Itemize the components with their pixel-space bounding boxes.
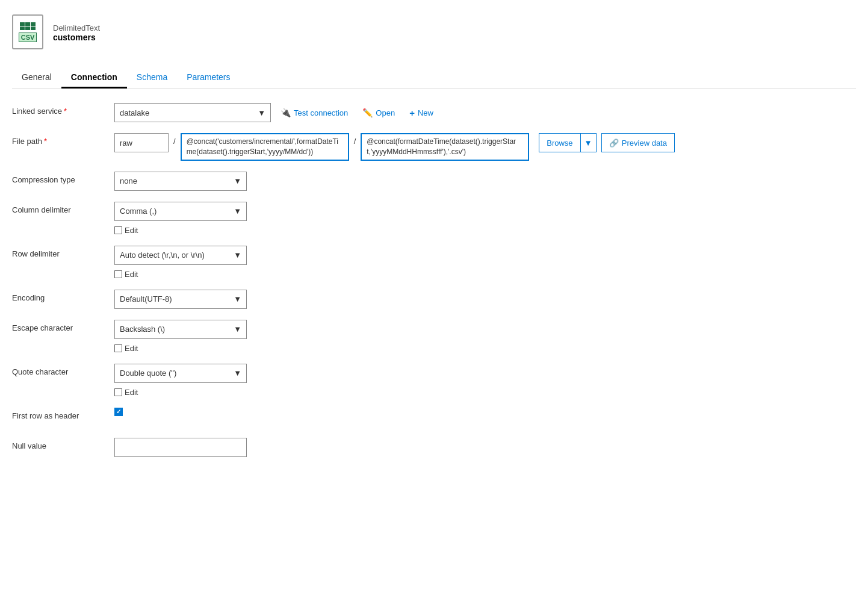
browse-button[interactable]: Browse <box>539 133 580 152</box>
escape-character-label: Escape character <box>12 320 114 332</box>
pencil-icon: ✏️ <box>362 108 373 117</box>
null-value-controls <box>114 438 856 457</box>
compression-type-controls: none ▼ <box>114 172 856 191</box>
compression-type-dropdown[interactable]: none ▼ <box>114 172 247 191</box>
encoding-arrow: ▼ <box>234 294 241 303</box>
linked-service-value: datalake <box>120 108 149 117</box>
dataset-type: DelimitedText <box>53 23 100 33</box>
quote-character-dropdown[interactable]: Double quote (") ▼ <box>114 364 247 383</box>
csv-cell <box>25 26 30 30</box>
csv-file-icon: CSV <box>12 14 43 49</box>
test-connection-button[interactable]: 🔌 Test connection <box>276 105 353 120</box>
escape-character-edit-row: Edit <box>114 344 138 353</box>
file-path-label: File path * <box>12 133 114 146</box>
column-delimiter-arrow: ▼ <box>234 207 241 216</box>
escape-character-arrow: ▼ <box>234 325 241 334</box>
encoding-dropdown[interactable]: Default(UTF-8) ▼ <box>114 290 247 309</box>
preview-data-button[interactable]: 🔗 Preview data <box>601 133 675 152</box>
first-row-header-label: First row as header <box>12 408 114 420</box>
quote-character-value: Double quote (") <box>120 369 176 378</box>
quote-character-edit-label: Edit <box>125 388 138 397</box>
compression-type-row: Compression type none ▼ <box>12 172 856 191</box>
required-star: * <box>64 107 67 116</box>
column-delimiter-row: Column delimiter Comma (,) ▼ Edit <box>12 202 856 235</box>
column-delimiter-controls: Comma (,) ▼ Edit <box>114 202 856 235</box>
first-row-header-checkbox[interactable] <box>114 408 123 416</box>
column-delimiter-dropdown[interactable]: Comma (,) ▼ <box>114 202 247 221</box>
linked-service-controls: datalake ▼ 🔌 Test connection ✏️ Open + N… <box>114 103 856 122</box>
new-button[interactable]: + New <box>405 105 438 120</box>
path-separator-1: / <box>171 133 178 149</box>
tab-parameters[interactable]: Parameters <box>177 67 240 89</box>
encoding-label: Encoding <box>12 290 114 302</box>
row-delimiter-edit-checkbox[interactable] <box>114 270 122 278</box>
quote-character-controls: Double quote (") ▼ Edit <box>114 364 856 397</box>
file-path-controls: raw / @concat('customers/incremental/',f… <box>114 133 856 161</box>
quote-character-edit-checkbox[interactable] <box>114 388 122 396</box>
tabs-container: General Connection Schema Parameters <box>12 67 856 89</box>
browse-chevron-icon: ▼ <box>584 138 592 148</box>
row-delimiter-edit-label: Edit <box>125 270 138 279</box>
linked-service-dropdown[interactable]: datalake ▼ <box>114 103 271 122</box>
row-delimiter-controls: Auto detect (\r,\n, or \r\n) ▼ Edit <box>114 246 856 279</box>
linked-service-label: Linked service * <box>12 103 114 116</box>
browse-dropdown-button[interactable]: ▼ <box>581 133 597 152</box>
null-value-label: Null value <box>12 438 114 450</box>
csv-label: CSV <box>19 33 37 42</box>
row-delimiter-row: Row delimiter Auto detect (\r,\n, or \r\… <box>12 246 856 279</box>
column-delimiter-value: Comma (,) <box>120 207 157 216</box>
encoding-row: Encoding Default(UTF-8) ▼ <box>12 290 856 309</box>
file-path-expr1[interactable]: @concat('customers/incremental/',formatD… <box>181 133 349 161</box>
tab-schema[interactable]: Schema <box>127 67 177 89</box>
linked-service-row: Linked service * datalake ▼ 🔌 Test conne… <box>12 103 856 122</box>
null-value-input[interactable] <box>114 438 247 457</box>
file-path-container-input[interactable]: raw <box>114 133 169 152</box>
file-path-expr2[interactable]: @concat(formatDateTime(dataset().trigger… <box>361 133 529 161</box>
csv-cell <box>25 22 30 26</box>
form-section: Linked service * datalake ▼ 🔌 Test conne… <box>12 103 856 480</box>
escape-character-value: Backslash (\) <box>120 325 165 334</box>
null-value-row: Null value <box>12 438 856 457</box>
row-delimiter-arrow: ▼ <box>234 250 241 260</box>
first-row-header-controls <box>114 408 856 416</box>
linked-service-arrow: ▼ <box>258 108 265 117</box>
csv-cell <box>31 22 36 26</box>
file-path-row: File path * raw / @concat('customers/inc… <box>12 133 856 161</box>
quote-character-arrow: ▼ <box>234 369 241 378</box>
row-delimiter-dropdown[interactable]: Auto detect (\r,\n, or \r\n) ▼ <box>114 246 247 265</box>
first-row-header-row: First row as header <box>12 408 856 427</box>
compression-type-value: none <box>120 176 137 185</box>
link-icon: 🔗 <box>609 138 619 148</box>
main-container: CSV DelimitedText customers General Conn… <box>0 0 868 613</box>
column-delimiter-edit-checkbox[interactable] <box>114 226 122 234</box>
file-path-browse-group: Browse ▼ <box>539 133 597 152</box>
encoding-value: Default(UTF-8) <box>120 294 172 303</box>
dataset-header: CSV DelimitedText customers <box>12 10 856 55</box>
tab-connection[interactable]: Connection <box>61 67 127 89</box>
compression-arrow: ▼ <box>234 176 241 185</box>
plus-icon: + <box>409 108 415 118</box>
plug-icon: 🔌 <box>281 108 291 117</box>
escape-character-dropdown[interactable]: Backslash (\) ▼ <box>114 320 247 339</box>
csv-cell <box>31 26 36 30</box>
row-delimiter-label: Row delimiter <box>12 246 114 258</box>
row-delimiter-edit-row: Edit <box>114 270 138 279</box>
escape-character-edit-checkbox[interactable] <box>114 344 122 352</box>
column-delimiter-edit-row: Edit <box>114 226 138 235</box>
compression-type-label: Compression type <box>12 172 114 184</box>
escape-character-edit-label: Edit <box>125 344 138 353</box>
column-delimiter-edit-label: Edit <box>125 226 138 235</box>
quote-character-label: Quote character <box>12 364 114 376</box>
required-star: * <box>44 137 47 146</box>
encoding-controls: Default(UTF-8) ▼ <box>114 290 856 309</box>
tab-general[interactable]: General <box>12 67 61 89</box>
csv-icon-grid <box>20 22 36 30</box>
dataset-name: customers <box>53 33 100 42</box>
csv-cell <box>20 22 25 26</box>
open-button[interactable]: ✏️ Open <box>358 105 400 120</box>
escape-character-row: Escape character Backslash (\) ▼ Edit <box>12 320 856 353</box>
dataset-icon: CSV <box>12 14 46 51</box>
csv-cell <box>20 26 25 30</box>
quote-character-row: Quote character Double quote (") ▼ Edit <box>12 364 856 397</box>
dataset-info: DelimitedText customers <box>53 23 100 42</box>
